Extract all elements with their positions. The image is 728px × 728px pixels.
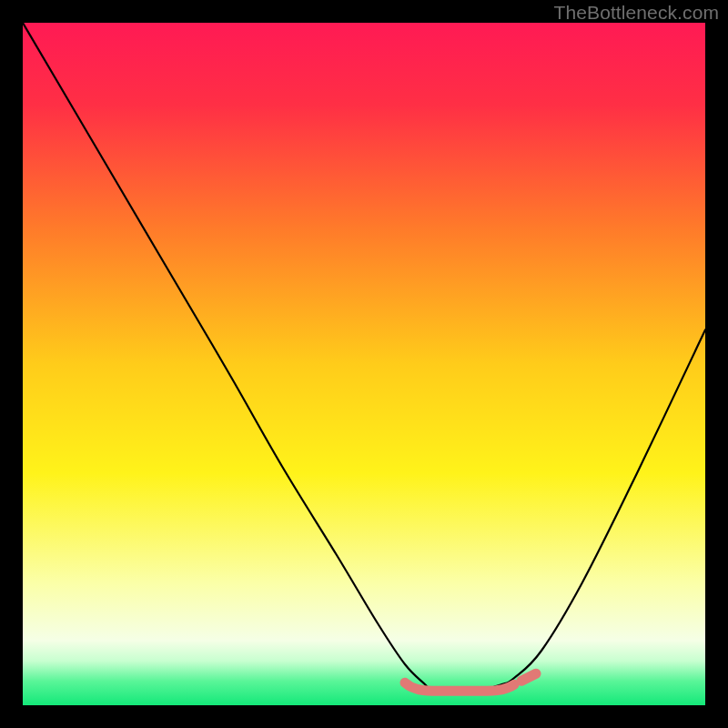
- chart-frame: TheBottleneck.com: [0, 0, 728, 728]
- flat-region-marker: [405, 682, 514, 691]
- plot-area: [23, 23, 705, 705]
- bottleneck-curve: [23, 23, 705, 705]
- flat-region-dots: [521, 673, 536, 681]
- watermark-text: TheBottleneck.com: [554, 2, 719, 24]
